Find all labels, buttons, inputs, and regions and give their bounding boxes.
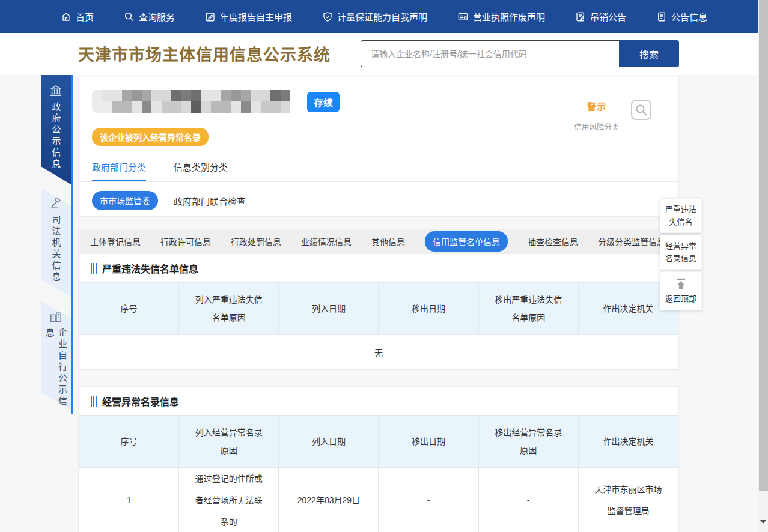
tab-spot-check-info[interactable]: 抽查检查信息 (528, 235, 578, 247)
section-title: 经营异常名录信息 (102, 394, 179, 408)
redacted-company-name (92, 90, 300, 113)
sidebar-item-judicial-info[interactable]: 司法机关信息 (41, 188, 71, 297)
section-title-row: 严重违法失信名单信息 (79, 254, 678, 282)
sidebar-item-label: 司法机关信息 (50, 215, 62, 283)
table-header-cell: 移出日期 (379, 283, 478, 335)
search-bar: 搜索 (361, 40, 679, 67)
quick-nav-panel: 严重违法失信名 经营异常名录信息 返回顶部 (660, 198, 702, 312)
table-header-cell: 列入日期 (279, 416, 379, 468)
table-cell: 通过登记的住所或者经营场所无法联系的 (179, 468, 279, 532)
credit-risk-block: 警示 信用风险分类 (568, 100, 626, 132)
table-row: 1 通过登记的住所或者经营场所无法联系的 2022年03月29日 - - 天津市… (79, 468, 678, 532)
scrollbar-down-arrow-icon[interactable] (760, 520, 766, 524)
section-title: 严重违法失信名单信息 (102, 261, 198, 276)
quick-nav-abnormal-list[interactable]: 经营异常名录信息 (660, 235, 702, 270)
tab-information-category[interactable]: 信息类别分类 (174, 154, 228, 181)
enterprise-buildings-icon (49, 310, 62, 322)
top-navigation: 首页 查询服务 年度报告自主申报 计量保证能力自我声明 营业执照作废声明 吊销公… (0, 0, 768, 33)
nav-home[interactable]: 首页 (61, 10, 94, 23)
revoke-notice-icon (575, 11, 586, 22)
nav-bulletin-info[interactable]: 公告信息 (656, 10, 707, 23)
nav-label: 查询服务 (139, 10, 175, 23)
section-bars-icon (91, 396, 97, 407)
filter-joint-inspection[interactable]: 政府部门联合检查 (174, 195, 246, 207)
abnormal-operation-table: 序号 列入经营异常名录原因 列入日期 移出日期 移出经营异常名录原因 作出决定机… (79, 415, 678, 532)
table-header-cell: 序号 (79, 416, 179, 468)
filter-market-regulation-committee[interactable]: 市市场监管委 (92, 191, 158, 210)
nav-revocation-notice[interactable]: 吊销公告 (575, 10, 626, 23)
table-header-cell: 序号 (79, 283, 179, 335)
sidebar-item-label: 政府公示信息 (50, 102, 62, 171)
table-header-cell: 列入日期 (279, 283, 379, 335)
bulletin-icon (656, 11, 667, 22)
nav-query-service[interactable]: 查询服务 (124, 10, 175, 23)
shield-check-icon (322, 11, 333, 22)
scrollbar-thumb[interactable] (759, 0, 768, 491)
tab-credit-supervision-list-info[interactable]: 信用监管名单信息 (425, 231, 508, 252)
credit-risk-lookup-icon[interactable] (630, 99, 652, 121)
nav-license-void[interactable]: 营业执照作废声明 (457, 10, 545, 23)
info-tab-strip: 主体登记信息 行政许可信息 行政处罚信息 业绩情况信息 其他信息 信用监管名单信… (78, 229, 679, 253)
table-header-cell: 列入严重违法失信名单原因 (179, 283, 279, 335)
table-header-cell: 作出决定机关 (578, 416, 678, 468)
search-icon (124, 11, 135, 22)
section-serious-illegal-dishonesty: 严重违法失信名单信息 序号 列入严重违法失信名单原因 列入日期 移出日期 移出严… (78, 253, 679, 370)
table-cell: 2022年03月29日 (279, 468, 379, 532)
tab-performance-info[interactable]: 业绩情况信息 (301, 235, 352, 247)
department-filter-row: 市市场监管委 政府部门联合检查 (92, 191, 246, 210)
license-void-icon (457, 11, 469, 22)
empty-placeholder-cell: 无 (79, 335, 678, 370)
tab-graded-supervision-info[interactable]: 分级分类监管信息 (598, 235, 665, 247)
nav-label: 吊销公告 (590, 10, 626, 23)
risk-caption: 信用风险分类 (568, 121, 626, 132)
abnormal-list-badge: 该企业被列入经营异常名录 (92, 128, 209, 146)
classification-tabs: 政府部门分类 信息类别分类 (79, 154, 678, 182)
sidebar-item-enterprise-self-publicity[interactable]: 企业自行公示信息 (41, 301, 71, 410)
nav-metrology-declaration[interactable]: 计量保证能力自我声明 (322, 10, 427, 23)
table-header-row: 序号 列入严重违法失信名单原因 列入日期 移出日期 移出严重违法失信名单原因 作… (79, 283, 678, 335)
back-to-top-label: 返回顶部 (665, 294, 696, 303)
table-cell: - (379, 468, 478, 532)
home-icon (61, 11, 72, 22)
status-badge: 存续 (307, 92, 340, 112)
table-header-cell: 移出经营异常名录原因 (478, 416, 578, 468)
table-header-cell: 移出日期 (379, 416, 478, 468)
serious-illegal-table: 序号 列入严重违法失信名单原因 列入日期 移出日期 移出严重违法失信名单原因 作… (79, 282, 678, 370)
sidebar-item-government-publicity[interactable]: 政府公示信息 (41, 75, 71, 184)
section-abnormal-operation-list: 经营异常名录信息 序号 列入经营异常名录原因 列入日期 移出日期 移出经营异常名… (78, 386, 679, 532)
arrow-up-icon (674, 278, 688, 290)
search-button[interactable]: 搜索 (619, 40, 679, 67)
company-summary-card: 存续 警示 信用风险分类 该企业被列入经营异常名录 政府部门分类 信息类别分类 … (78, 77, 679, 217)
table-header-cell: 移出严重违法失信名单原因 (478, 283, 578, 335)
table-cell: - (478, 468, 578, 532)
table-row: 无 (79, 335, 678, 370)
back-to-top-button[interactable]: 返回顶部 (660, 271, 702, 310)
nav-annual-report[interactable]: 年度报告自主申报 (205, 10, 292, 23)
quick-nav-serious-illegal[interactable]: 严重违法失信名 (660, 198, 702, 233)
table-cell: 1 (79, 468, 179, 532)
section-bars-icon (91, 263, 97, 274)
sidebar-item-label: 企业自行公示信息 (43, 328, 69, 410)
tab-administrative-license-info[interactable]: 行政许可信息 (160, 235, 211, 247)
nav-label: 年度报告自主申报 (220, 10, 292, 23)
table-cell: 天津市东丽区市场监督管理局 (578, 468, 678, 532)
table-header-row: 序号 列入经营异常名录原因 列入日期 移出日期 移出经营异常名录原因 作出决定机… (79, 416, 678, 468)
vertical-scrollbar (758, 0, 768, 532)
gavel-icon (49, 198, 62, 210)
tab-other-info[interactable]: 其他信息 (371, 235, 405, 247)
annual-report-icon (205, 11, 216, 22)
nav-label: 计量保证能力自我声明 (337, 10, 427, 23)
main-content: 存续 警示 信用风险分类 该企业被列入经营异常名录 政府部门分类 信息类别分类 … (78, 77, 679, 532)
site-header: 天津市市场主体信用信息公示系统 搜索 (0, 33, 768, 75)
nav-label: 公告信息 (671, 10, 707, 23)
tab-government-department[interactable]: 政府部门分类 (92, 154, 146, 181)
nav-label: 营业执照作废声明 (473, 10, 545, 23)
table-header-cell: 列入经营异常名录原因 (179, 416, 279, 468)
tab-registration-info[interactable]: 主体登记信息 (90, 235, 141, 247)
government-building-icon (49, 85, 62, 97)
tab-administrative-penalty-info[interactable]: 行政处罚信息 (231, 235, 281, 247)
left-sidebar: 政府公示信息 司法机关信息 企业自行公示信息 (41, 75, 73, 414)
search-input[interactable] (361, 40, 619, 67)
sidebar-accent-line (71, 75, 73, 414)
section-title-row: 经营异常名录信息 (79, 387, 678, 415)
